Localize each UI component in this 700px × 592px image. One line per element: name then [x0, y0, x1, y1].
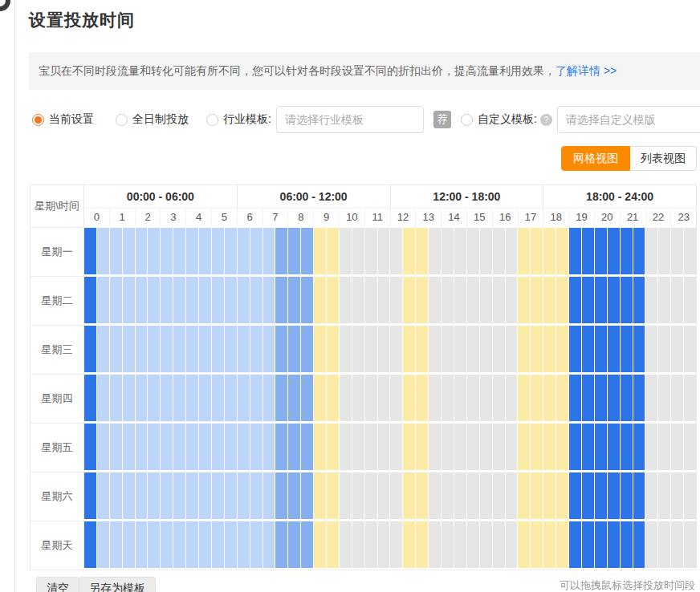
schedule-cell[interactable]	[658, 521, 670, 568]
schedule-cell[interactable]	[340, 277, 352, 323]
schedule-cell[interactable]	[238, 472, 250, 519]
save-as-template-button[interactable]: 另存为模板	[79, 577, 156, 592]
schedule-cell[interactable]	[543, 326, 556, 372]
schedule-cell[interactable]	[275, 375, 287, 421]
schedule-cell[interactable]	[582, 424, 594, 470]
schedule-cell[interactable]	[288, 375, 300, 421]
schedule-cell[interactable]	[110, 277, 122, 323]
schedule-cell[interactable]	[378, 228, 390, 274]
schedule-cell[interactable]	[136, 375, 148, 421]
schedule-cell[interactable]	[429, 326, 441, 372]
schedule-cell[interactable]	[556, 228, 568, 274]
schedule-cell[interactable]	[378, 326, 390, 372]
schedule-cell[interactable]	[645, 277, 657, 323]
schedule-cell[interactable]	[467, 326, 479, 372]
schedule-cell[interactable]	[390, 472, 402, 519]
schedule-cell[interactable]	[506, 277, 518, 323]
radio-all-day[interactable]: 全日制投放	[116, 112, 189, 127]
schedule-cell[interactable]	[684, 375, 696, 421]
industry-template-input[interactable]	[276, 106, 424, 133]
schedule-cell[interactable]	[225, 472, 237, 519]
schedule-cell[interactable]	[416, 277, 428, 323]
schedule-cell[interactable]	[442, 521, 454, 568]
schedule-cell[interactable]	[582, 326, 594, 372]
schedule-cell[interactable]	[416, 228, 428, 274]
schedule-cell[interactable]	[454, 228, 466, 274]
schedule-cell[interactable]	[506, 472, 518, 519]
schedule-cell[interactable]	[671, 326, 683, 372]
schedule-cell[interactable]	[314, 424, 326, 470]
schedule-cell[interactable]	[518, 521, 530, 568]
custom-template-input[interactable]	[557, 106, 700, 133]
schedule-cell[interactable]	[186, 228, 198, 274]
schedule-cell[interactable]	[518, 277, 530, 323]
schedule-cell[interactable]	[531, 375, 543, 421]
schedule-cell[interactable]	[199, 277, 211, 323]
schedule-cell[interactable]	[493, 326, 505, 372]
schedule-cell[interactable]	[365, 228, 377, 274]
schedule-cell[interactable]	[161, 228, 173, 274]
schedule-cell[interactable]	[378, 472, 390, 519]
schedule-cell[interactable]	[352, 521, 364, 568]
schedule-cell[interactable]	[352, 228, 364, 274]
schedule-cell[interactable]	[442, 228, 454, 274]
schedule-cell[interactable]	[467, 228, 479, 274]
schedule-cell[interactable]	[301, 326, 313, 372]
schedule-cell[interactable]	[263, 228, 275, 274]
schedule-cell[interactable]	[161, 521, 173, 568]
schedule-cell[interactable]	[301, 375, 313, 421]
schedule-cell[interactable]	[633, 472, 645, 519]
schedule-cell[interactable]	[199, 326, 211, 372]
schedule-cell[interactable]	[136, 424, 148, 470]
schedule-cell[interactable]	[556, 424, 568, 470]
schedule-cell[interactable]	[467, 277, 479, 323]
radio-current-setting[interactable]: 当前设置	[32, 112, 94, 127]
schedule-cell[interactable]	[595, 424, 607, 470]
schedule-cell[interactable]	[225, 326, 237, 372]
schedule-cell[interactable]	[173, 326, 185, 372]
schedule-cell[interactable]	[416, 375, 428, 421]
schedule-cell[interactable]	[225, 375, 237, 421]
schedule-cell[interactable]	[671, 277, 683, 323]
schedule-cell[interactable]	[658, 277, 670, 323]
schedule-cell[interactable]	[684, 228, 696, 274]
schedule-cell[interactable]	[429, 424, 441, 470]
schedule-cell[interactable]	[97, 326, 109, 372]
schedule-cell[interactable]	[645, 472, 657, 519]
schedule-cell[interactable]	[442, 326, 454, 372]
schedule-cell[interactable]	[671, 472, 683, 519]
schedule-cell[interactable]	[365, 521, 377, 568]
schedule-cell[interactable]	[556, 326, 568, 372]
schedule-cell[interactable]	[263, 521, 275, 568]
schedule-cell[interactable]	[671, 375, 683, 421]
schedule-cell[interactable]	[275, 326, 287, 372]
schedule-cell[interactable]	[543, 424, 556, 470]
schedule-cell[interactable]	[288, 521, 300, 568]
schedule-cell[interactable]	[212, 472, 224, 519]
schedule-cell[interactable]	[238, 521, 250, 568]
schedule-cell[interactable]	[608, 277, 620, 323]
radio-icon[interactable]	[461, 114, 473, 126]
schedule-cell[interactable]	[403, 375, 415, 421]
schedule-cell[interactable]	[123, 228, 135, 274]
schedule-cell[interactable]	[340, 375, 352, 421]
schedule-cell[interactable]	[250, 326, 262, 372]
schedule-cell[interactable]	[645, 326, 657, 372]
schedule-cell[interactable]	[352, 375, 364, 421]
schedule-cell[interactable]	[595, 521, 607, 568]
schedule-cell[interactable]	[186, 521, 198, 568]
schedule-cell[interactable]	[416, 472, 428, 519]
schedule-cell[interactable]	[199, 375, 211, 421]
schedule-cell[interactable]	[403, 472, 415, 519]
schedule-cell[interactable]	[186, 277, 198, 323]
schedule-cell[interactable]	[403, 424, 415, 470]
schedule-cell[interactable]	[161, 326, 173, 372]
schedule-cell[interactable]	[467, 375, 479, 421]
schedule-cell[interactable]	[250, 228, 262, 274]
schedule-cell[interactable]	[238, 375, 250, 421]
schedule-cell[interactable]	[365, 326, 377, 372]
schedule-cell[interactable]	[263, 326, 275, 372]
schedule-cell[interactable]	[531, 472, 543, 519]
schedule-cell[interactable]	[569, 521, 581, 568]
schedule-cell[interactable]	[429, 277, 441, 323]
